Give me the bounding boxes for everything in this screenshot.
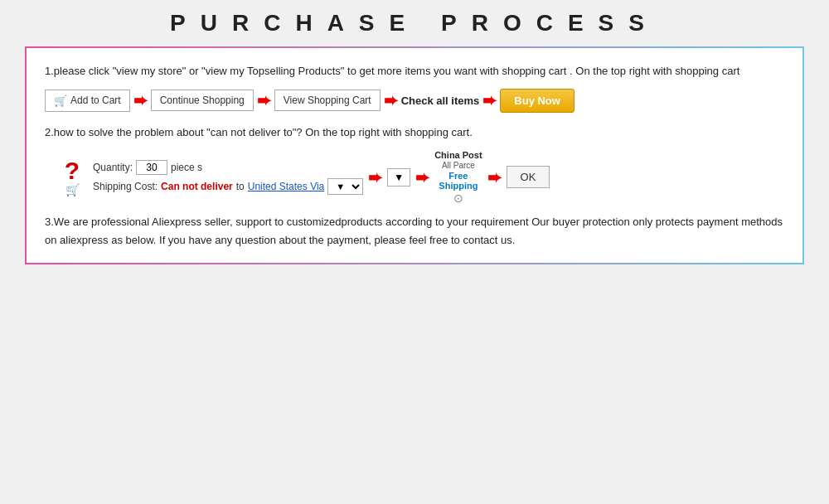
quantity-input[interactable] — [136, 160, 167, 175]
arrow1-icon: ➨ — [133, 92, 148, 109]
china-post-line2: All Parce — [442, 161, 475, 170]
buy-now-label: Buy Now — [514, 94, 560, 107]
section2-text: 2.how to solve the problem about "can no… — [45, 124, 784, 142]
china-post-title: China Post — [434, 150, 482, 160]
shipping-cost-label: Shipping Cost: — [93, 181, 158, 192]
ok-button[interactable]: OK — [507, 166, 550, 188]
small-dropdown[interactable]: ▼ — [387, 168, 410, 187]
ok-label: OK — [521, 171, 536, 183]
to-label: to — [236, 181, 245, 192]
cart-icon: 🛒 — [54, 94, 67, 107]
continue-shopping-label: Continue Shopping — [160, 94, 245, 106]
arrow4-icon: ➨ — [482, 92, 497, 109]
arrow2-icon: ➨ — [257, 92, 271, 109]
add-to-cart-label: Add to Cart — [70, 94, 121, 106]
page-title: PURCHASE PROCESS — [170, 10, 659, 36]
quantity-label: Quantity: — [93, 162, 133, 173]
section1-text: 1.please click "view my store" or "view … — [45, 63, 784, 80]
buy-now-button[interactable]: Buy Now — [500, 89, 574, 113]
arrow3-icon: ➨ — [384, 92, 398, 109]
usa-link-label: United States Via — [248, 181, 325, 192]
circle-check-icon: ⊙ — [453, 191, 463, 205]
free-shipping-label: FreeShipping — [439, 171, 478, 191]
check-all-items-label: Check all items — [401, 94, 480, 107]
section3-text: 3.We are professional Aliexpress seller,… — [45, 213, 784, 250]
quantity-shipping-block: Quantity: piece s Shipping Cost: Can not… — [93, 160, 363, 195]
section2-row: ? 🛒 Quantity: piece s Shipping Cost: Can… — [56, 150, 784, 205]
arrow6-icon: ➨ — [415, 169, 429, 186]
continue-shopping-button[interactable]: Continue Shopping — [151, 90, 254, 111]
header: PURCHASE PROCESS — [0, 0, 829, 46]
view-cart-button[interactable]: View Shopping Cart — [274, 90, 381, 111]
arrow5-icon: ➨ — [368, 169, 382, 186]
main-box: 1.please click "view my store" or "view … — [25, 46, 804, 264]
united-states-link[interactable]: United States Via — [248, 181, 325, 192]
arrow7-icon: ➨ — [487, 169, 502, 186]
shipping-dropdown[interactable]: ▼ — [327, 178, 363, 195]
question-mark-icon: ? 🛒 — [56, 157, 88, 198]
china-post-box: China Post All Parce FreeShipping ⊙ — [434, 150, 482, 205]
flow-row: 🛒 Add to Cart ➨ Continue Shopping ➨ View… — [45, 89, 784, 113]
cannot-deliver-text: Can not deliver — [161, 181, 233, 192]
add-to-cart-button[interactable]: 🛒 Add to Cart — [45, 90, 130, 112]
view-cart-label: View Shopping Cart — [284, 94, 371, 106]
piece-label: piece s — [171, 162, 202, 173]
